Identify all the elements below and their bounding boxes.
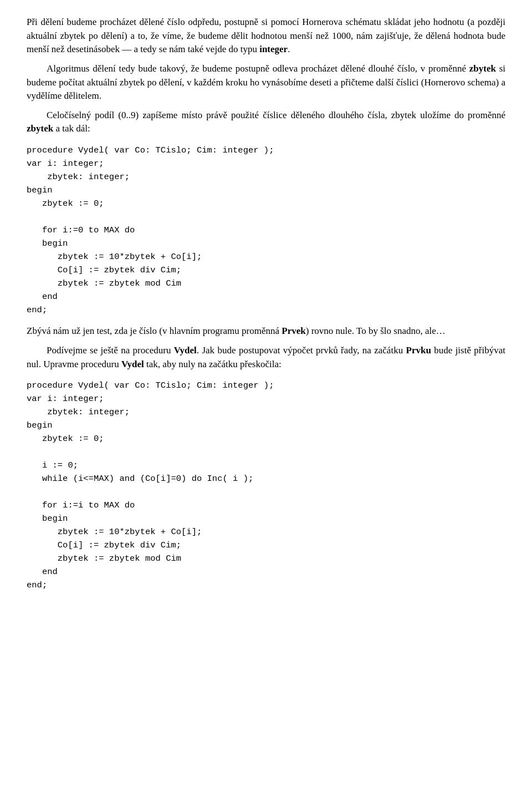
- paragraph-5: Podívejme se ještě na proceduru Vydel. J…: [27, 344, 505, 371]
- keyword-integer-1: integer: [259, 44, 288, 54]
- main-content: Při dělení budeme procházet dělené číslo…: [27, 16, 505, 592]
- paragraph-4: Zbývá nám už jen test, zda je číslo (v h…: [27, 324, 505, 338]
- keyword-vydel-2: Vydel: [121, 359, 144, 369]
- code-block-1: procedure Vydel( var Co: TCislo; Cim: in…: [27, 144, 505, 317]
- code-block-2: procedure Vydel( var Co: TCislo; Cim: in…: [27, 379, 505, 592]
- paragraph-2: Algoritmus dělení tedy bude takový, že b…: [27, 62, 505, 103]
- keyword-prvku: Prvku: [406, 345, 431, 356]
- keyword-zbytek-2: zbytek: [27, 123, 53, 134]
- keyword-zbytek-1: zbytek: [469, 63, 496, 74]
- keyword-prvek-1: Prvek: [282, 326, 305, 336]
- paragraph-1: Při dělení budeme procházet dělené číslo…: [27, 16, 505, 57]
- paragraph-3: Celočíselný podíl (0..9) zapíšeme místo …: [27, 109, 505, 136]
- keyword-vydel-1: Vydel: [174, 345, 197, 356]
